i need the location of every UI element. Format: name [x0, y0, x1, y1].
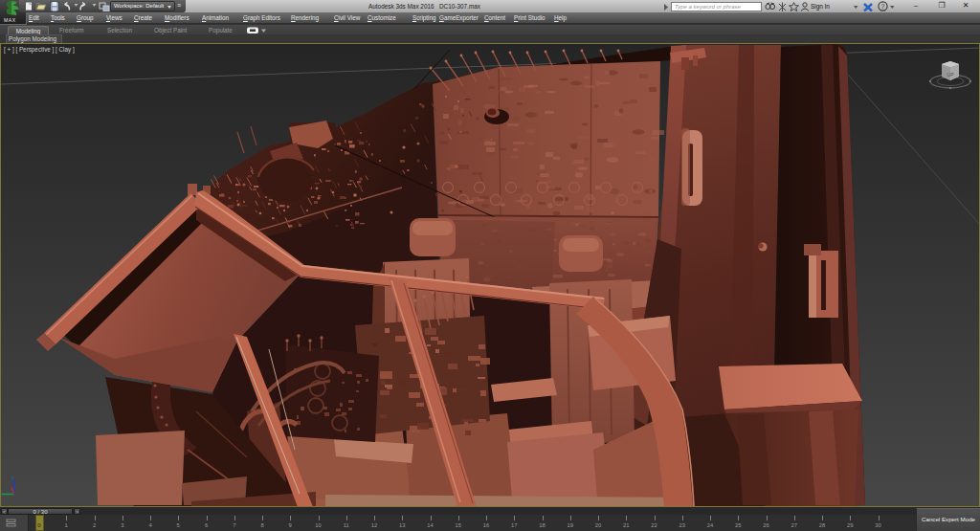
svg-text:z: z: [11, 475, 14, 480]
svg-text:?: ?: [881, 3, 885, 10]
svg-text:UP: UP: [947, 72, 955, 77]
